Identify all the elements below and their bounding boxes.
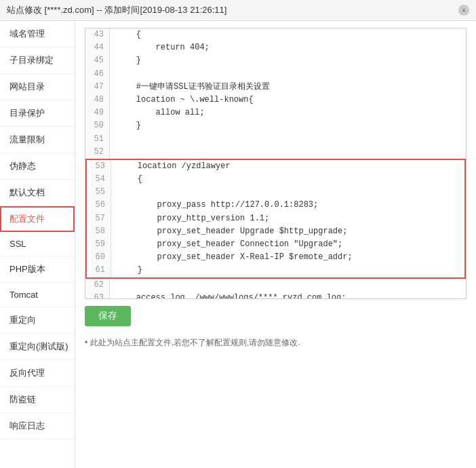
content-area: 43 {44 return 404;45 }4647 #一键申请SSL证书验证目… [75,21,476,468]
save-button[interactable]: 保存 [85,306,131,326]
code-line-53: 53 location /yzdlawyer [87,160,464,173]
code-line-54: 54 { [87,173,464,186]
line-code: } [111,264,142,277]
highlighted-block: 53 location /yzdlawyer54 {5556 proxy_pas… [85,159,466,279]
code-line-48: 48 location ~ \.well-known{ [85,94,466,106]
line-code: } [110,54,141,67]
line-number: 57 [87,212,111,225]
code-line-50: 50 } [85,119,466,132]
sidebar-item-流量限制[interactable]: 流量限制 [0,127,75,153]
window: 站点修改 [****.zd.com] -- 添加时间[2019-08-13 21… [0,0,476,468]
sidebar: 域名管理子目录绑定网站目录目录保护流量限制伪静态默认文档配置文件SSLPHP版本… [0,21,75,468]
line-number: 47 [85,81,110,94]
code-line-51: 51 [85,133,466,146]
code-line-63: 63 access_log /www/wwwlogs/****.rvzd.com… [85,292,466,299]
line-code: proxy_http_version 1.1; [111,212,269,225]
sidebar-item-目录保护[interactable]: 目录保护 [0,100,75,127]
code-line-47: 47 #一键申请SSL证书验证目录相关设置 [85,81,466,94]
line-number: 54 [87,173,111,186]
title-text: 站点修改 [****.zd.com] -- 添加时间[2019-08-13 21… [7,4,226,16]
sidebar-item-伪静态[interactable]: 伪静态 [0,153,75,180]
line-number: 60 [87,251,111,264]
sidebar-item-PHP版本[interactable]: PHP版本 [0,256,75,283]
line-number: 61 [87,264,111,277]
code-line-60: 60 proxy_set_header X-Real-IP $remote_ad… [87,251,464,264]
line-code: allow all; [110,106,205,119]
line-number: 48 [85,94,110,106]
code-line-45: 45 } [85,54,466,67]
line-code [110,68,117,81]
line-number: 49 [85,106,110,119]
line-number: 62 [85,279,110,292]
code-line-49: 49 allow all; [85,106,466,119]
sidebar-item-SSL[interactable]: SSL [0,232,75,256]
line-number: 43 [85,28,110,41]
close-button[interactable]: × [458,5,469,16]
line-code: proxy_set_header X-Real-IP $remote_addr; [111,251,353,264]
code-line-61: 61 } [87,264,464,277]
line-number: 55 [87,186,111,199]
sidebar-item-网站目录[interactable]: 网站目录 [0,74,75,100]
sidebar-item-响应日志[interactable]: 响应日志 [0,413,75,440]
code-line-59: 59 proxy_set_header Connection "Upgrade"… [87,238,464,251]
code-line-52: 52 [85,146,466,159]
line-code: proxy_set_header Connection "Upgrade"; [111,238,342,251]
line-number: 63 [85,292,110,299]
line-code: proxy_set_header Upgrade $http_upgrade; [111,225,347,238]
normal-block: 6263 access_log /www/wwwlogs/****.rvzd.c… [85,279,466,299]
code-line-43: 43 { [85,28,466,41]
sidebar-item-重定向(测试版)[interactable]: 重定向(测试版) [0,334,75,360]
sidebar-item-防盗链[interactable]: 防盗链 [0,387,75,413]
sidebar-item-子目录绑定[interactable]: 子目录绑定 [0,47,75,74]
hint-text: 此处为站点主配置文件,若您不了解配置规则,请勿随意修改. [85,337,467,349]
line-number: 56 [87,199,111,212]
code-line-58: 58 proxy_set_header Upgrade $http_upgrad… [87,225,464,238]
line-code: { [110,28,141,41]
line-code: access_log /www/wwwlogs/****.rvzd.com.lo… [110,292,346,299]
line-code: location ~ \.well-known{ [110,94,254,106]
code-line-44: 44 return 404; [85,41,466,54]
line-code [111,186,118,199]
sidebar-item-重定向[interactable]: 重定向 [0,307,75,334]
main-layout: 域名管理子目录绑定网站目录目录保护流量限制伪静态默认文档配置文件SSLPHP版本… [0,21,476,468]
line-number: 52 [85,146,110,159]
line-code: } [110,119,141,132]
sidebar-item-默认文档[interactable]: 默认文档 [0,180,75,206]
line-number: 44 [85,41,110,54]
code-line-56: 56 proxy_pass http://127.0.0.1:8283; [87,199,464,212]
line-code: { [111,173,142,186]
line-code [110,133,117,146]
line-number: 45 [85,54,110,67]
line-number: 46 [85,68,110,81]
line-code [110,146,117,159]
code-line-55: 55 [87,186,464,199]
sidebar-item-反向代理[interactable]: 反向代理 [0,360,75,387]
code-line-62: 62 [85,279,466,292]
sidebar-item-配置文件[interactable]: 配置文件 [0,206,75,232]
line-number: 50 [85,119,110,132]
line-code: location /yzdlawyer [111,160,231,173]
code-line-57: 57 proxy_http_version 1.1; [87,212,464,225]
line-code [110,279,117,292]
line-number: 51 [85,133,110,146]
code-editor[interactable]: 43 {44 return 404;45 }4647 #一键申请SSL证书验证目… [85,28,467,299]
line-number: 59 [87,238,111,251]
normal-block: 43 {44 return 404;45 }4647 #一键申请SSL证书验证目… [85,28,466,159]
sidebar-item-Tomcat[interactable]: Tomcat [0,283,75,307]
line-code: #一键申请SSL证书验证目录相关设置 [110,81,270,94]
code-line-46: 46 [85,68,466,81]
line-number: 58 [87,225,111,238]
line-code: proxy_pass http://127.0.0.1:8283; [111,199,318,212]
line-number: 53 [87,160,111,173]
title-bar: 站点修改 [****.zd.com] -- 添加时间[2019-08-13 21… [0,0,476,21]
sidebar-item-域名管理[interactable]: 域名管理 [0,21,75,47]
line-code: return 404; [110,41,210,54]
save-area: 保存 [85,306,467,333]
